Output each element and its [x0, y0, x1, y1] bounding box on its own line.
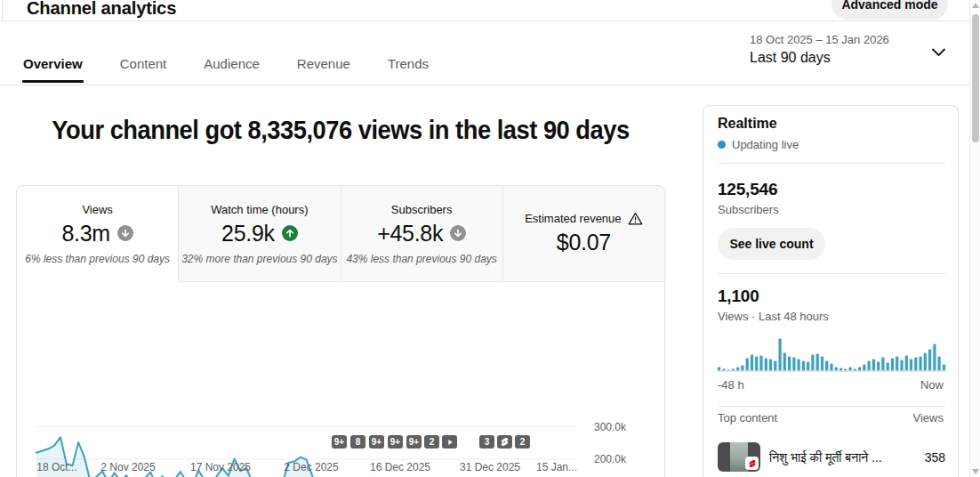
scroll-up-arrow-icon[interactable]: [972, 3, 979, 8]
tabs: OverviewContentAudienceRevenueTrends: [23, 56, 429, 85]
views-48h-count: 1,100: [718, 287, 759, 306]
trend-down-icon: [450, 225, 466, 241]
channel-analytics-page: Channel analytics Advanced mode Overview…: [0, 0, 980, 477]
metric-cards: Views8.3m6% less than previous 90 daysWa…: [17, 186, 664, 282]
tab-overview[interactable]: Overview: [23, 56, 83, 85]
metric-value: 25.9k: [221, 221, 298, 247]
live-dot-icon: [718, 141, 726, 149]
views-48h-label: Views · Last 48 hours: [718, 310, 829, 323]
metric-label: Views: [82, 203, 112, 216]
tab-audience[interactable]: Audience: [204, 56, 260, 85]
subscriber-label: Subscribers: [718, 203, 779, 216]
metric-delta: 43% less than previous 90 days: [346, 253, 496, 265]
x-tick-label: 2 Dec 2025: [271, 461, 351, 473]
metric-delta: 6% less than previous 90 days: [25, 253, 170, 265]
realtime-title: Realtime: [718, 116, 777, 132]
page-title: Channel analytics: [27, 0, 176, 19]
metric-card-watch-time-hours-[interactable]: Watch time (hours)25.9k32% more than pre…: [179, 186, 341, 282]
chevron-down-icon: [931, 48, 946, 57]
scrollbar[interactable]: [969, 0, 980, 477]
publish-count-badge[interactable]: 9+: [332, 435, 347, 449]
metric-label-text: Views: [82, 203, 112, 216]
views-headline: Your channel got 8,335,076 views in the …: [20, 116, 661, 145]
top-content-header: Top content: [718, 411, 777, 424]
tab-revenue[interactable]: Revenue: [297, 56, 350, 85]
x-tick-label: 17 Nov 2025: [181, 461, 261, 473]
scrollbar-thumb[interactable]: [972, 14, 979, 142]
subscriber-count: 125,546: [718, 180, 777, 199]
metric-value-text: +45.8k: [377, 221, 443, 247]
realtime-card: Realtime Updating live 125,546 Subscribe…: [703, 105, 959, 477]
x-tick-label: 2 Nov 2025: [88, 461, 168, 473]
publish-count-badge[interactable]: 2: [424, 435, 439, 449]
video-title: निशु भाई की मूर्ती बनाने ...: [769, 450, 903, 465]
metric-value: $0.07: [557, 230, 611, 255]
bars-axis-left: -48 h: [718, 378, 744, 392]
y-tick-label: 200.0k: [594, 453, 626, 465]
metric-label: Watch time (hours): [211, 203, 308, 216]
date-range-text: 18 Oct 2025 – 15 Jan 2026: [750, 33, 949, 46]
metric-value: 8.3m: [61, 221, 133, 247]
metric-label: Estimated revenue: [525, 212, 642, 225]
overview-analytics-card: Views8.3m6% less than previous 90 daysWa…: [16, 185, 665, 477]
page-left-border: [2, 0, 3, 20]
metric-value-text: 25.9k: [221, 221, 275, 247]
publish-count-badge[interactable]: 9+: [388, 435, 403, 449]
metric-value-text: 8.3m: [61, 221, 109, 247]
trend-down-icon: [117, 225, 133, 241]
metric-label-text: Watch time (hours): [211, 203, 308, 216]
divider: [718, 273, 945, 274]
metric-value: +45.8k: [377, 221, 466, 247]
views-48h-bar-chart: [718, 338, 945, 372]
publish-count-badge[interactable]: 9+: [406, 435, 422, 449]
realtime-status: Updating live: [718, 138, 799, 151]
date-preset-text: Last 90 days: [750, 50, 949, 66]
divider: [718, 163, 945, 164]
metric-delta: 32% more than previous 90 days: [181, 253, 337, 265]
scroll-down-arrow-icon[interactable]: [972, 469, 979, 474]
x-tick-label: 15 Jan...: [517, 461, 597, 473]
metric-card-estimated-revenue[interactable]: Estimated revenue$0.07: [503, 186, 664, 282]
publish-count-badge[interactable]: 2: [515, 435, 530, 449]
date-range-picker[interactable]: 18 Oct 2025 – 15 Jan 2026 Last 90 days: [750, 33, 949, 70]
video-thumbnail: [718, 442, 760, 472]
top-content-views-header: Views: [913, 411, 944, 424]
warning-icon: [628, 212, 643, 225]
bars-axis-right: Now: [920, 378, 944, 392]
video-views: 358: [925, 450, 945, 465]
y-tick-label: 300.0k: [594, 421, 626, 433]
play-badge-icon[interactable]: [442, 435, 457, 449]
x-tick-label: 18 Oct...: [17, 461, 97, 473]
publish-count-badge[interactable]: 8: [350, 435, 365, 449]
trend-up-icon: [282, 225, 298, 241]
divider: [718, 406, 945, 407]
tab-trends[interactable]: Trends: [388, 56, 429, 85]
x-tick-label: 16 Dec 2025: [360, 461, 440, 473]
realtime-status-text: Updating live: [732, 138, 799, 151]
metric-card-subscribers[interactable]: Subscribers+45.8k43% less than previous …: [341, 186, 503, 282]
publish-count-badge[interactable]: 9+: [369, 435, 384, 449]
tab-content[interactable]: Content: [120, 56, 167, 85]
metric-label: Subscribers: [391, 203, 453, 216]
shorts-badge-icon: [745, 457, 759, 470]
top-content-row[interactable]: निशु भाई की मूर्ती बनाने ... 358: [718, 442, 945, 474]
metric-label-text: Subscribers: [391, 203, 453, 216]
metric-value-text: $0.07: [557, 230, 611, 255]
shorts-badge-icon[interactable]: [497, 435, 512, 449]
metric-card-views[interactable]: Views8.3m6% less than previous 90 days: [17, 186, 179, 282]
see-live-count-button[interactable]: See live count: [718, 228, 825, 260]
metric-label-text: Estimated revenue: [525, 212, 621, 225]
publish-count-badge[interactable]: 3: [479, 435, 494, 449]
advanced-mode-button[interactable]: Advanced mode: [831, 0, 948, 20]
